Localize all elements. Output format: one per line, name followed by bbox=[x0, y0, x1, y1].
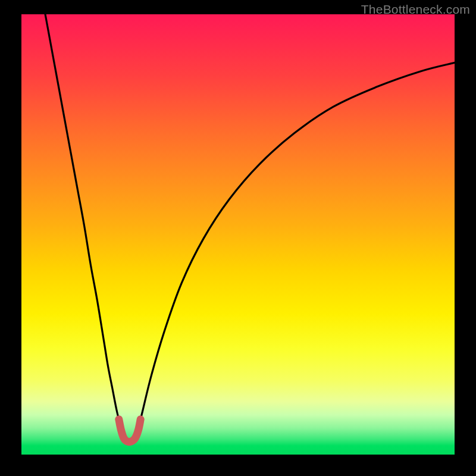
dip-marker-path bbox=[119, 419, 140, 442]
left-curve bbox=[45, 14, 121, 428]
chart-frame: TheBottleneck.com bbox=[0, 0, 476, 476]
plot-area bbox=[21, 14, 455, 455]
right-curve bbox=[139, 62, 455, 428]
curve-layer bbox=[21, 14, 455, 455]
